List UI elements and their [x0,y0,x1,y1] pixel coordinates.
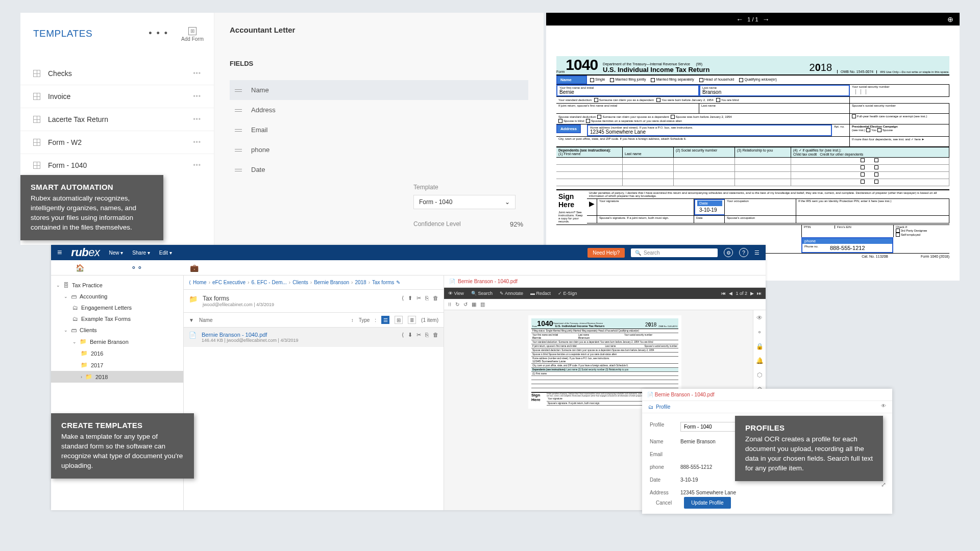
breadcrumb-item[interactable]: eFC Executive [212,280,246,285]
prev-page-icon[interactable]: ◀ [729,291,732,296]
tree-clients[interactable]: ⌄🗃Clients [51,324,183,336]
search-input[interactable]: 🔍Search [631,248,718,257]
template-item-lacerte[interactable]: Lacerte Tax Return ••• [20,108,214,131]
field-row-email[interactable]: Email [230,120,528,140]
more-icon[interactable]: • • • [149,28,168,39]
field-row-address[interactable]: Address [230,100,528,120]
update-profile-button[interactable]: Update Profile [684,497,730,509]
help-button[interactable]: Need Help? [587,248,625,258]
template-item-checks[interactable]: Checks ••• [20,62,214,85]
columns-icon[interactable]: ▥ [480,302,485,307]
expand-icon[interactable]: ⤢ [881,481,886,488]
breadcrumb-item[interactable]: Tax forms [372,280,394,285]
cancel-button[interactable]: Cancel [650,497,678,508]
form-dept: Department of the Treasury—Internal Reve… [603,62,690,66]
folder-name: Tax forms [203,295,274,302]
next-page-icon[interactable]: ▶ [750,291,754,296]
field-row-name[interactable]: Name [230,80,528,100]
menu-edit[interactable]: Edit ▾ [159,250,172,256]
menu-new[interactable]: New ▾ [109,250,124,256]
next-page-icon[interactable]: → [763,15,770,23]
tree-person[interactable]: ⌄📁Bernie Branson [51,336,183,347]
eye-icon[interactable]: 👁 [756,314,763,321]
breadcrumb-item[interactable]: 6. EFC - Dem... [251,280,286,285]
view-grid-icon[interactable]: ⊞ [395,316,403,324]
search-tool[interactable]: 🔍 Search [471,291,493,296]
share-icon[interactable]: ⚬⚬ [108,264,165,272]
tree-2018[interactable]: ›📁2018 [51,371,183,383]
rotate-left-icon[interactable]: ↺ [463,302,468,307]
tree-2016[interactable]: 📁2016 [51,347,183,359]
callout-profiles: PROFILES Zonal OCR creates a profile for… [735,416,883,481]
tree-2017[interactable]: 📁2017 [51,359,183,371]
item-more-icon[interactable]: ••• [193,93,201,100]
template-item-1040[interactable]: Form - 1040 ••• [20,154,214,177]
upload-icon[interactable]: ⬆ [408,295,412,302]
breadcrumb-item[interactable]: Bernie Branson [314,280,349,285]
breadcrumb-item[interactable]: 2018 [355,280,366,285]
tree-engagement[interactable]: 🗂Engagement Letters [51,302,183,313]
download-icon[interactable]: ⬇ [408,332,412,338]
view-detail-icon[interactable]: ≣ [408,316,416,324]
home-icon[interactable]: 🏠 [51,264,108,272]
breadcrumb-item[interactable]: Clients [292,280,308,285]
template-item-w2[interactable]: Form - W2 ••• [20,131,214,154]
item-more-icon[interactable]: ••• [193,162,201,169]
delete-icon[interactable]: 🗑 [433,332,438,338]
preview-tab[interactable]: 📄Bernie Branson - 1040.pdf [444,276,766,288]
grip-icon[interactable]: ⁞⁞ [448,302,451,307]
last-page-icon[interactable]: ⏭ [757,291,762,296]
esign-tool[interactable]: ✓ E-Sign [558,291,577,296]
filter-icon[interactable]: ▼ [189,317,194,323]
filter-type[interactable]: Type [359,317,370,323]
field-icon [235,128,242,133]
copy-icon[interactable]: ⎘ [425,295,429,302]
breadcrumb-home[interactable]: ⟨ [189,280,191,285]
annotate-tool[interactable]: ✎ Annotate [500,291,523,296]
view-list-icon[interactable]: ☰ [381,316,389,324]
item-more-icon[interactable]: ••• [193,116,201,123]
settings-icon[interactable]: ⚙ [724,248,733,257]
item-more-icon[interactable]: ••• [193,139,201,146]
add-form-button[interactable]: ⊞ Add Form [181,26,204,42]
share-icon[interactable]: ⟨ [402,295,404,302]
template-item-invoice[interactable]: Invoice ••• [20,85,214,108]
field-label: Date [251,166,265,173]
tree-root[interactable]: ⌄🗄Tax Practice [51,280,183,291]
prev-page-icon[interactable]: ← [736,15,743,23]
lock-icon[interactable]: 🔒 [756,343,764,350]
file-row[interactable]: 📄 Bernie Branson - 1040.pdf 146.44 KB | … [184,328,444,347]
item-more-icon[interactable]: ••• [193,70,201,77]
tree-example[interactable]: 🗂Example Tax Forms [51,313,183,324]
layout-icon[interactable]: ▦ [472,302,476,307]
zoom-in-icon[interactable]: ⊕ [947,15,953,23]
share-icon[interactable]: ⟨ [402,332,404,338]
view-tool[interactable]: 👁 View [448,291,464,296]
bell-icon[interactable]: 🔔 [756,357,764,364]
profile-tab[interactable]: 📄 Bernie Branson - 1040.pdf [642,389,892,401]
bookmark-icon[interactable]: ⬡ [757,371,762,379]
field-row-date[interactable]: Date [230,160,528,180]
redact-tool[interactable]: ▬ Redact [530,291,551,296]
cut-icon[interactable]: ✂ [416,332,421,338]
alert-icon[interactable]: ⚬ [757,329,762,336]
template-controls: Template Form - 1040 ⌄ Confidence Level … [413,184,523,228]
copy-icon[interactable]: ⎘ [425,332,429,338]
eye-icon[interactable]: 👁 [881,403,886,409]
first-page-icon[interactable]: ⏮ [721,291,726,296]
filter-name[interactable]: Name [199,317,213,323]
menu-icon[interactable]: ≡ [57,248,62,257]
template-select[interactable]: Form - 1040 ⌄ [413,195,516,209]
tree-accounting[interactable]: ⌄🗃Accounting [51,291,183,302]
briefcase-icon[interactable]: 💼 [165,264,223,272]
edit-icon[interactable]: ✎ [396,280,400,285]
grid-icon [33,162,40,169]
field-row-phone[interactable]: phone [230,140,528,160]
cut-icon[interactable]: ✂ [416,295,421,302]
help-icon[interactable]: ? [739,248,748,257]
rotate-icon[interactable]: ↻ [455,302,459,307]
tasks-icon[interactable]: ☰ [754,249,760,256]
delete-icon[interactable]: 🗑 [433,295,438,302]
menu-share[interactable]: Share ▾ [132,250,150,256]
breadcrumb-item[interactable]: Home [193,280,207,285]
